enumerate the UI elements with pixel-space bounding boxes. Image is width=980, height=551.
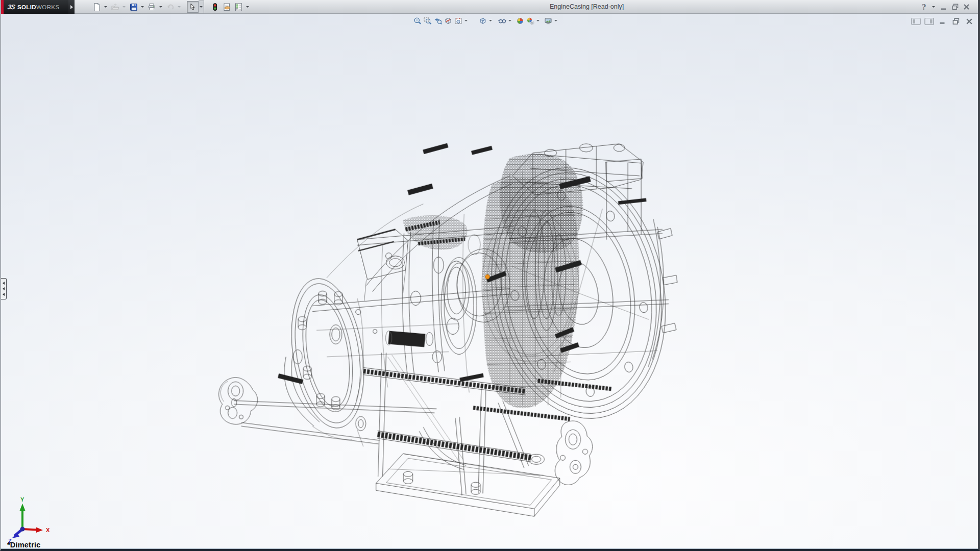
toggle-right-pane-button[interactable] [924,17,934,26]
brand-works: WORKS [36,4,59,10]
heads-up-view-toolbar [412,15,558,26]
open-folder-icon [111,3,120,12]
view-orientation-dropdown[interactable] [463,15,469,26]
file-properties-icon [223,3,232,12]
x-axis-label: X [46,527,50,533]
close-document-button[interactable] [964,17,974,26]
previous-view-button[interactable] [433,15,443,26]
new-document-icon [92,3,102,12]
dassault-3ds-icon: 3S [7,3,15,11]
left-arrow-icon [3,282,5,285]
hide-show-items-dropdown[interactable] [507,15,512,26]
minimize-icon [939,18,946,24]
section-view-icon [444,17,452,25]
graphics-viewport[interactable]: Y X Z *Dimetric [1,14,978,549]
hide-show-items-button[interactable] [497,15,507,26]
apply-scene-button[interactable] [525,15,535,26]
file-properties-button[interactable] [221,1,233,13]
view-settings-dropdown[interactable] [553,15,558,26]
view-settings-monitor-icon [544,17,552,25]
left-arrow-icon [3,293,5,296]
brand-solid: SOLID [17,4,36,10]
open-dropdown[interactable] [121,1,127,13]
highlighted-vertex[interactable] [485,274,490,279]
zoom-to-area-button[interactable] [423,15,433,26]
right-arrow-icon [70,5,73,9]
titlebar: 3S SOLID WORKS [1,0,978,14]
appearance-ball-icon [516,17,524,25]
view-settings-button[interactable] [543,15,553,26]
toggle-left-pane-button[interactable] [911,17,921,26]
display-style-cube-icon [479,17,487,25]
undo-button[interactable] [164,1,176,13]
options-button[interactable] [233,1,244,13]
select-button[interactable] [187,1,199,13]
collapsed-panel-tab[interactable] [1,278,7,299]
restore-icon [952,18,960,25]
view-orientation-label: *Dimetric [7,541,40,549]
apply-scene-icon [526,17,534,25]
print-dropdown[interactable] [158,1,163,13]
new-button[interactable] [91,1,103,13]
zoom-to-fit-icon [413,17,422,25]
window-controls: ? [919,0,971,14]
select-dropdown[interactable] [199,1,204,13]
wireframe-model [1,14,978,548]
section-view-button[interactable] [443,15,453,26]
solidworks-logo: 3S SOLID WORKS [4,0,68,14]
standard-toolbar [91,1,251,13]
options-dropdown[interactable] [244,1,250,13]
eyeglasses-icon [498,17,506,25]
save-floppy-icon [129,3,138,12]
view-orientation-button[interactable] [453,15,463,26]
display-style-button[interactable] [478,15,488,26]
display-style-dropdown[interactable] [488,15,493,26]
minimize-document-button[interactable] [938,17,947,26]
zoom-to-fit-button[interactable] [412,15,423,26]
flange-bolt-bosses [298,291,342,410]
options-checklist-icon [234,3,243,12]
minimize-icon [941,4,947,10]
restore-window-button[interactable] [950,2,960,12]
close-window-button[interactable] [962,2,971,12]
help-button[interactable]: ? [919,2,928,12]
select-cursor-icon [188,3,198,12]
y-axis-label: Y [20,496,24,503]
save-dropdown[interactable] [139,1,145,13]
print-icon [148,3,157,12]
print-button[interactable] [146,1,158,13]
solidworks-window: 3S SOLID WORKS [0,0,980,551]
close-icon [966,18,973,25]
save-button[interactable] [128,1,139,13]
undo-arrow-icon [166,3,175,12]
help-dropdown[interactable] [930,1,936,13]
left-arrow-icon [3,287,5,290]
reference-triad: Y X Z [7,496,54,543]
document-window-controls [911,17,974,26]
view-orientation-icon [454,17,462,25]
close-icon [963,4,970,10]
window-title: EngineCasing [Read-only] [550,0,624,14]
undo-dropdown[interactable] [176,1,182,13]
edit-appearance-button[interactable] [515,15,525,26]
open-button[interactable] [109,1,121,13]
new-dropdown[interactable] [103,1,108,13]
restore-document-button[interactable] [951,17,961,26]
right-pane-icon [924,17,934,26]
apply-scene-dropdown[interactable] [535,15,541,26]
minimize-window-button[interactable] [939,2,948,12]
rebuild-button[interactable] [209,1,221,13]
restore-icon [952,4,959,10]
previous-view-icon [434,17,442,25]
menu-flyout-arrow[interactable] [68,0,75,14]
left-pane-icon [911,17,921,26]
zoom-to-area-icon [424,17,432,25]
rebuild-traffic-light-icon [211,3,220,12]
